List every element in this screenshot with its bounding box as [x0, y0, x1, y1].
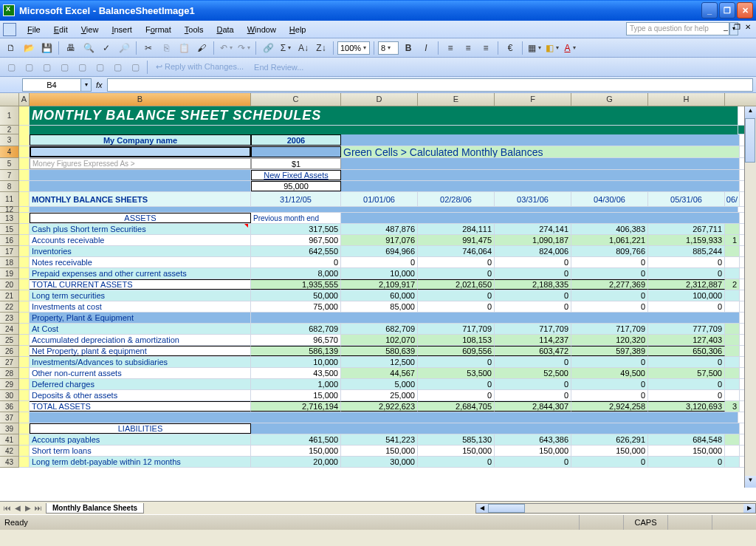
row-header-41[interactable]: 41 [0, 434, 19, 446]
review-icon-7[interactable]: ▢ [109, 59, 126, 75]
horizontal-scrollbar[interactable]: ◀ ▶ [475, 503, 756, 513]
col-header-b[interactable]: B [30, 93, 251, 106]
row-header-12[interactable]: 12 [0, 207, 19, 213]
menu-file[interactable]: File [21, 23, 47, 36]
scroll-up-icon[interactable]: ▲ [745, 106, 756, 118]
row-header-5[interactable]: 5 [0, 158, 19, 170]
review-icon-8[interactable]: ▢ [127, 59, 143, 75]
row-header-21[interactable]: 21 [0, 290, 19, 301]
spelling-icon[interactable]: ✓ [98, 40, 114, 56]
review-icon-4[interactable]: ▢ [56, 59, 72, 75]
row-header-24[interactable]: 24 [0, 324, 19, 335]
h-scroll-thumb[interactable] [488, 504, 525, 513]
bold-icon[interactable]: B [400, 40, 416, 56]
col-header-g[interactable]: G [571, 93, 648, 106]
tab-last-icon[interactable]: ⏭ [34, 504, 43, 512]
hyperlink-icon[interactable]: 🔗 [260, 40, 276, 56]
col-header-h[interactable]: H [648, 93, 725, 106]
scroll-left-icon[interactable]: ◀ [476, 504, 488, 513]
menu-help[interactable]: Help [283, 23, 313, 36]
file-menu-icon[interactable] [3, 23, 16, 36]
name-box-dropdown[interactable]: ▾ [81, 78, 92, 92]
col-header-c[interactable]: C [251, 93, 341, 106]
autosum-icon[interactable]: Σ▾ [278, 40, 294, 56]
row-header-16[interactable]: 16 [0, 235, 19, 246]
undo-icon[interactable]: ↶▾ [218, 40, 234, 56]
copy-icon[interactable]: ⎘ [158, 40, 174, 56]
borders-icon[interactable]: ▦▾ [526, 40, 543, 56]
row-header-23[interactable]: 23 [0, 313, 19, 324]
cut-icon[interactable]: ✂ [140, 40, 157, 56]
align-right-icon[interactable]: ≡ [478, 40, 494, 56]
help-search-input[interactable]: Type a question for help [626, 22, 729, 35]
row-header-8[interactable]: 8 [0, 181, 19, 192]
sheet-tab-active[interactable]: Monthly Balance Sheets [46, 503, 144, 513]
formula-input[interactable] [107, 78, 753, 92]
maximize-button[interactable]: ❐ [719, 2, 735, 18]
sort-desc-icon[interactable]: Z↓ [313, 40, 329, 56]
print-preview-icon[interactable]: 🔍 [80, 40, 97, 56]
align-left-icon[interactable]: ≡ [442, 40, 458, 56]
italic-icon[interactable]: I [418, 40, 434, 56]
tab-prev-icon[interactable]: ◀ [13, 504, 22, 512]
menu-data[interactable]: Data [210, 23, 240, 36]
select-all-corner[interactable] [0, 93, 19, 106]
row-header-13[interactable]: 13 [0, 213, 19, 224]
close-button[interactable]: ✕ [737, 2, 753, 18]
menu-tools[interactable]: Tools [178, 23, 210, 36]
review-icon-1[interactable]: ▢ [3, 59, 19, 75]
redo-icon[interactable]: ↷▾ [236, 40, 252, 56]
review-icon-2[interactable]: ▢ [21, 59, 37, 75]
name-box[interactable]: B4 [22, 78, 81, 92]
fill-color-icon[interactable]: ◧▾ [544, 40, 560, 56]
review-icon-3[interactable]: ▢ [38, 59, 55, 75]
row-header-15[interactable]: 15 [0, 224, 19, 235]
doc-restore[interactable]: ❐ [732, 23, 742, 31]
fontsize-field[interactable]: 8▾ [378, 41, 399, 55]
row-header-42[interactable]: 42 [0, 446, 19, 457]
doc-minimize[interactable]: _ [721, 23, 731, 31]
print-icon[interactable]: 🖶 [63, 40, 79, 56]
row-header-36[interactable]: 36 [0, 401, 19, 412]
menu-insert[interactable]: Insert [105, 23, 139, 36]
new-icon[interactable]: 🗋 [3, 40, 19, 56]
save-icon[interactable]: 💾 [38, 40, 55, 56]
menu-window[interactable]: Window [241, 23, 283, 36]
font-color-icon[interactable]: A▾ [562, 40, 578, 56]
menu-view[interactable]: View [75, 23, 106, 36]
row-header-2[interactable]: 2 [0, 126, 19, 134]
col-header-e[interactable]: E [418, 93, 495, 106]
minimize-button[interactable]: _ [701, 2, 718, 18]
paste-icon[interactable]: 📋 [176, 40, 192, 56]
cells-area[interactable]: MONTHLY BALANCE SHEET SCHEDULESMy Compan… [19, 106, 756, 501]
row-header-30[interactable]: 30 [0, 390, 19, 401]
currency-icon[interactable]: € [502, 40, 518, 56]
row-header-3[interactable]: 3 [0, 134, 19, 146]
vertical-scrollbar[interactable]: ▲ ▼ [744, 106, 756, 488]
scroll-down-icon[interactable]: ▼ [745, 476, 756, 488]
scroll-right-icon[interactable]: ▶ [743, 504, 755, 513]
menu-format[interactable]: Format [139, 23, 178, 36]
col-header-f[interactable]: F [495, 93, 571, 106]
align-center-icon[interactable]: ≡ [460, 40, 476, 56]
row-header-25[interactable]: 25 [0, 335, 19, 346]
row-header-11[interactable]: 11 [0, 192, 19, 207]
row-header-18[interactable]: 18 [0, 257, 19, 268]
end-review[interactable]: End Review... [250, 63, 308, 72]
row-header-27[interactable]: 27 [0, 357, 19, 368]
review-icon-6[interactable]: ▢ [92, 59, 108, 75]
sort-asc-icon[interactable]: A↓ [295, 40, 312, 56]
format-painter-icon[interactable]: 🖌 [193, 40, 210, 56]
v-scroll-thumb[interactable] [745, 118, 755, 163]
tab-next-icon[interactable]: ▶ [24, 504, 32, 512]
row-header-22[interactable]: 22 [0, 301, 19, 313]
row-header-7[interactable]: 7 [0, 170, 19, 181]
row-header-19[interactable]: 19 [0, 268, 19, 279]
row-header-37[interactable]: 37 [0, 412, 19, 423]
col-header-a[interactable]: A [19, 93, 30, 106]
open-icon[interactable]: 📂 [21, 40, 37, 56]
research-icon[interactable]: 🔎 [116, 40, 132, 56]
row-header-20[interactable]: 20 [0, 279, 19, 290]
row-header-28[interactable]: 28 [0, 368, 19, 379]
reply-with-changes[interactable]: ↩ Reply with Changes... [151, 62, 248, 72]
